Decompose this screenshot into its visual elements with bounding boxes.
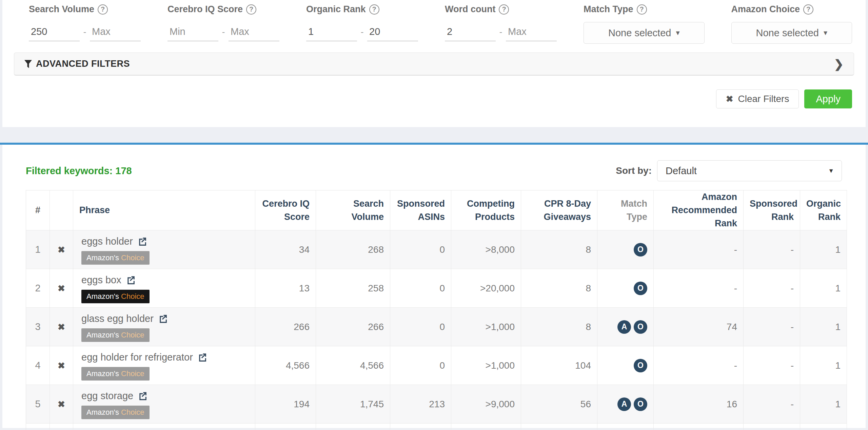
chevron-right-icon[interactable]: ❯: [834, 58, 844, 70]
cell-cerebro-iq: 266: [255, 308, 316, 346]
filter-amazon-choice: Amazon Choice ? None selected ▾: [731, 3, 852, 44]
match-type-organic-badge: O: [634, 243, 647, 257]
organic-rank-max-input[interactable]: [367, 24, 418, 41]
cell-amazon-recommended-rank: 150: [654, 424, 744, 430]
cell-match-type: AO: [597, 424, 654, 430]
cell-match-type: O: [597, 346, 654, 385]
help-icon[interactable]: ?: [803, 4, 813, 15]
help-icon[interactable]: ?: [246, 4, 256, 15]
word-count-min-input[interactable]: [445, 24, 496, 41]
filter-label: Search Volume ?: [29, 3, 141, 15]
remove-keyword-icon[interactable]: ✖: [58, 361, 65, 371]
col-header-amazon-recommended-rank[interactable]: Amazon Recommended Rank: [654, 190, 744, 230]
match-type-organic-badge: O: [634, 320, 647, 334]
badge-word: Choice: [121, 253, 144, 262]
col-header-match-type[interactable]: Match Type: [597, 190, 654, 230]
help-icon[interactable]: ?: [637, 4, 647, 15]
badge-word: Amazon's: [86, 331, 119, 339]
cell-search-volume: 258: [316, 269, 390, 308]
cerebro-iq-max-input[interactable]: [229, 24, 279, 41]
remove-keyword-icon[interactable]: ✖: [58, 283, 65, 293]
cell-cerebro-iq: 13: [255, 269, 316, 308]
external-link-icon[interactable]: [137, 391, 147, 401]
cell-organic-rank: 1: [800, 424, 847, 430]
cell-sponsored-asins: 195: [390, 424, 451, 430]
sort-by-select[interactable]: Default ▼: [657, 160, 842, 181]
keyword-phrase[interactable]: glass egg holder: [81, 313, 154, 324]
col-header-num[interactable]: #: [26, 190, 50, 230]
badge-word: Choice: [121, 331, 144, 339]
remove-keyword-icon[interactable]: ✖: [58, 322, 65, 332]
clear-filters-button[interactable]: ✖ Clear Filters: [716, 89, 799, 108]
cell-sponsored-asins: 0: [390, 346, 451, 385]
col-header-sponsored-rank[interactable]: Sponsored Rank: [744, 190, 800, 230]
col-header-cerebro-iq[interactable]: Cerebro IQ Score: [255, 190, 316, 230]
match-type-amazon-badge: A: [617, 320, 631, 334]
cell-sponsored-asins: 0: [390, 308, 451, 346]
col-header-competing-products[interactable]: Competing Products: [451, 190, 521, 230]
help-icon[interactable]: ?: [98, 4, 108, 15]
cell-amazon-recommended-rank: 16: [654, 385, 744, 424]
external-link-icon[interactable]: [137, 237, 147, 247]
cell-competing-products: >1,000: [451, 308, 521, 346]
amazon-choice-dropdown[interactable]: None selected ▾: [731, 22, 852, 44]
cell-cerebro-iq: 194: [255, 385, 316, 424]
cell-amazon-recommended-rank: -: [654, 230, 744, 269]
cell-cerebro-iq: 34: [255, 230, 316, 269]
cell-organic-rank: 1: [800, 308, 847, 346]
keyword-phrase[interactable]: eggs holder: [81, 236, 133, 247]
chevron-down-icon: ▾: [824, 28, 827, 37]
cell-sponsored-asins: 0: [390, 230, 451, 269]
search-volume-min-input[interactable]: [29, 24, 80, 41]
cell-search-volume: 266: [316, 308, 390, 346]
match-type-dropdown[interactable]: None selected ▾: [584, 22, 705, 44]
cell-sponsored-rank: -: [744, 346, 800, 385]
cell-cpr-giveaways: 8: [521, 230, 597, 269]
keyword-phrase[interactable]: egg storage: [81, 390, 133, 402]
amazons-choice-badge: Amazon's Choice: [81, 328, 150, 342]
match-type-amazon-badge: A: [617, 397, 631, 411]
help-icon[interactable]: ?: [369, 4, 379, 15]
keyword-phrase[interactable]: eggs box: [81, 274, 121, 286]
row-number: 3: [26, 308, 50, 346]
cerebro-iq-min-input[interactable]: [167, 24, 218, 41]
organic-rank-min-input[interactable]: [306, 24, 357, 41]
cell-sponsored-rank: -: [744, 230, 800, 269]
filter-label: Match Type ?: [584, 3, 705, 15]
advanced-filters-label: ADVANCED FILTERS: [24, 59, 130, 69]
cell-sponsored-rank: -: [744, 269, 800, 308]
cell-match-type: O: [597, 230, 654, 269]
remove-keyword-icon[interactable]: ✖: [58, 245, 65, 255]
cell-cerebro-iq: 561: [255, 424, 316, 430]
advanced-filters-bar[interactable]: ADVANCED FILTERS ❯: [14, 53, 854, 76]
amazons-choice-badge: Amazon's Choice: [81, 367, 150, 381]
filters-row: Search Volume ? - Cerebro IQ Score ? -: [2, 0, 866, 44]
external-link-icon[interactable]: [125, 275, 136, 285]
apply-button[interactable]: Apply: [804, 89, 852, 108]
help-icon[interactable]: ?: [499, 4, 509, 15]
col-header-phrase[interactable]: Phrase: [73, 190, 255, 230]
col-header-organic-rank[interactable]: Organic Rank: [800, 190, 847, 230]
cell-cerebro-iq: 4,566: [255, 346, 316, 385]
word-count-max-input[interactable]: [506, 24, 557, 41]
dropdown-value: None selected: [608, 27, 671, 39]
keyword-phrase[interactable]: egg holder for refrigerator: [81, 352, 193, 363]
filtered-keywords-count: Filtered keywords: 178: [26, 165, 132, 177]
filter-label: Cerebro IQ Score ?: [167, 3, 279, 15]
cell-match-type: AO: [597, 385, 654, 424]
col-header-cpr-giveaways[interactable]: CPR 8-Day Giveaways: [521, 190, 597, 230]
amazons-choice-badge: Amazon's Choice: [81, 251, 150, 265]
col-header-search-volume[interactable]: Search Volume: [316, 190, 390, 230]
filter-label-text: Organic Rank: [306, 4, 366, 15]
row-number: 5: [26, 385, 50, 424]
range-separator: -: [218, 27, 229, 41]
search-volume-max-input[interactable]: [90, 24, 141, 41]
cell-competing-products: >20,000: [451, 269, 521, 308]
table-row: 6 ✖ egg tray Amazon's Choice 561 1,684 1…: [26, 424, 847, 430]
remove-keyword-icon[interactable]: ✖: [58, 399, 65, 409]
col-header-sponsored-asins[interactable]: Sponsored ASINs: [390, 190, 451, 230]
external-link-icon[interactable]: [197, 352, 207, 363]
cell-sponsored-rank: -: [744, 308, 800, 346]
filter-search-volume: Search Volume ? -: [29, 3, 141, 44]
external-link-icon[interactable]: [158, 314, 168, 324]
